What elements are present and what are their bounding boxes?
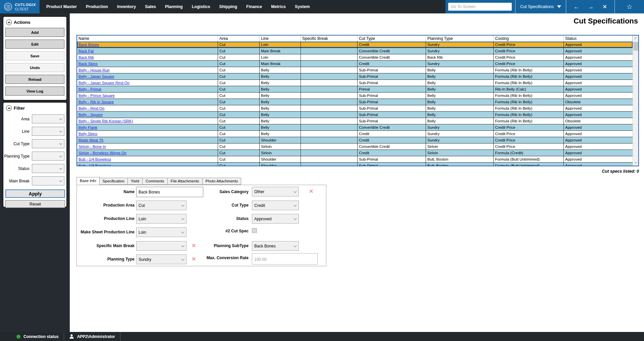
row-name-link[interactable]: Back Bones [78,43,99,47]
back-button[interactable]: ← [574,4,579,10]
row-name-link[interactable]: Belly - Rib In Square [78,100,114,104]
apply-button[interactable]: Apply [5,189,65,198]
sales-category-select[interactable]: Other [252,187,299,196]
row-name-link[interactable]: Blade Meat 75 [78,138,103,142]
view-log-button[interactable]: View Log [5,87,64,96]
table-row[interactable]: Belly - House RunCutBellySub-PrimalBelly… [77,67,633,73]
planning-subtype-select[interactable]: Back Bones [252,241,299,251]
row-name-link[interactable]: Belly - Japan Square Rind On [78,81,129,85]
menu-shipping[interactable]: Shipping [219,4,237,9]
filter-cut-type-select[interactable] [32,139,64,148]
tab-specification[interactable]: Specification [99,178,128,185]
cut-spec-2-checkbox[interactable] [252,228,257,233]
filter-area-select[interactable] [32,114,64,123]
table-row[interactable]: Belly - Japan SquareCutBellySub-PrimalBe… [77,73,633,80]
row-name-link[interactable]: Sirloin - Boneless Wings On [78,151,126,155]
table-cell: Loin [260,54,301,60]
forward-button[interactable]: → [588,4,594,10]
menu-sales[interactable]: Sales [145,4,156,9]
goto-screen-input[interactable] [448,3,512,11]
filter-main-break-select[interactable] [32,176,64,185]
column-header-costing[interactable]: Costing [494,36,564,42]
save-button[interactable]: Save [5,51,64,60]
tab-yield[interactable]: Yield [127,178,143,185]
menu-metrics[interactable]: Metrics [271,4,286,9]
row-name-link[interactable]: Belly - House Run [78,68,110,72]
row-name-link[interactable]: Back Fat [78,49,94,53]
row-name-link[interactable]: Belly - Single Rib Korean (SRK) [78,119,133,123]
screen-selector[interactable]: Cut Specifications [516,4,566,9]
table-row[interactable]: Belly - Rib In SquareCutBellySub-PrimalB… [77,99,633,105]
menu-product-master[interactable]: Product Master [46,4,77,9]
column-header-planning-type[interactable]: Planning Type [426,36,494,42]
table-row[interactable]: Blade Meat 75CutShoulderCreditSundryCred… [77,137,633,144]
table-row[interactable]: Back FatCutMain BreakConvertible CreditS… [77,48,633,54]
reset-button[interactable]: Reset [5,200,65,208]
tab-comments[interactable]: Comments [142,178,168,185]
table-row[interactable]: Sirloin - Bone InCutSirloinConvertible C… [77,144,633,150]
column-header-area[interactable]: Area [218,36,260,42]
row-name-link[interactable]: Butt - 1/4 Boneless [78,157,111,161]
table-row[interactable]: Belly - Prince SquareCutBellySub-PrimalB… [77,93,633,99]
scrollbar-thumb[interactable] [633,42,638,51]
menu-system[interactable]: System [295,4,310,9]
filter-line-select[interactable] [32,127,64,136]
max-conversion-rate-input[interactable] [252,253,318,265]
row-name-link[interactable]: Butt - 1/8 Boneless [78,164,111,166]
menu-logistics[interactable]: Logistics [192,4,210,9]
table-row[interactable]: Back RibCutLoinConvertible CreditBack Ri… [77,54,633,61]
column-header-name[interactable]: Name [77,36,218,42]
grid-scrollbar[interactable] [633,36,638,166]
table-row[interactable]: Belly - SquareCutBellySub-PrimalBellyFor… [77,112,633,118]
table-row[interactable]: Butt - 1/8 BonelessCutShoulderSub-Primal… [77,163,633,166]
filter-planning-type-select[interactable] [32,152,64,161]
table-row[interactable]: Belly SkinsCutBellyCreditSundryCredit Pr… [77,131,633,137]
favorite-star-icon[interactable]: ☆ [627,3,633,10]
table-row[interactable]: Belly FlankCutBellyConvertible CreditSun… [77,124,633,131]
undo-button[interactable]: Undo [5,63,64,72]
add-button[interactable]: Add [5,28,64,37]
row-name-link[interactable]: Sirloin - Bone In [78,145,106,149]
table-row[interactable]: Back BonesCutLoinCreditSundryCredit Pric… [77,42,633,48]
column-header-status[interactable]: Status [564,36,633,42]
tab-photo-attachments[interactable]: Photo Attachments [202,178,241,185]
table-row[interactable]: Butt - 1/4 BonelessCutShoulderSub-Primal… [77,156,633,163]
column-header-line[interactable]: Line [260,36,301,42]
collapse-actions-icon[interactable] [6,19,12,25]
column-header-specific-break[interactable]: Specific Break [301,36,358,42]
menu-finance[interactable]: Finance [246,4,262,9]
column-header-cut-type[interactable]: Cut Type [358,36,426,42]
row-name-link[interactable]: Belly - Square [78,113,103,117]
row-name-link[interactable]: Belly - Rind On [78,106,104,110]
row-name-link[interactable]: Belly Skins [78,132,97,136]
table-row[interactable]: Belly - Single Rib Korean (SRK)CutBellyS… [77,118,633,124]
menu-inventory[interactable]: Inventory [117,4,136,9]
table-cell: Sundry [426,124,494,130]
row-name-link[interactable]: Belly - Prince Square [78,94,115,98]
menu-planning[interactable]: Planning [165,4,183,9]
edit-button[interactable]: Edit [5,40,64,49]
filter-status-select[interactable] [32,164,64,173]
reload-button[interactable]: Reload [5,75,64,84]
row-name-link[interactable]: Belly Flank [78,125,97,129]
table-row[interactable]: Sirloin - Boneless Wings OnCutSirloinCre… [77,150,633,156]
table-cell: Cut [218,48,260,54]
cut-type-select[interactable]: Credit [252,201,299,210]
scroll-down-icon[interactable] [633,160,639,166]
clear-sales-category-icon[interactable]: ✕ [309,189,313,194]
row-name-link[interactable]: Back Skins [78,62,98,66]
close-screen-button[interactable]: ✕ [602,4,607,10]
table-row[interactable]: Back SkinsCutMain BreakCreditSundryCredi… [77,61,633,67]
table-row[interactable]: Belly - Japan Square Rind OnCutBellySub-… [77,80,633,86]
table-row[interactable]: Belly - PrimalCutBellyPrimalBellyRib-In … [77,86,633,93]
row-name-link[interactable]: Belly - Primal [78,87,101,91]
tab-base-info[interactable]: Base Info [76,177,100,185]
row-name-link[interactable]: Back Rib [78,55,94,59]
status-select[interactable]: Approved [252,214,299,224]
menu-production[interactable]: Production [86,4,108,9]
row-name-link[interactable]: Belly - Japan Square [78,74,114,78]
collapse-filter-icon[interactable] [6,105,12,111]
scroll-up-icon[interactable] [633,36,639,41]
tab-file-attachments[interactable]: File Attachments [167,178,203,185]
table-row[interactable]: Belly - Rind OnCutBellySub-PrimalBellyFo… [77,105,633,112]
